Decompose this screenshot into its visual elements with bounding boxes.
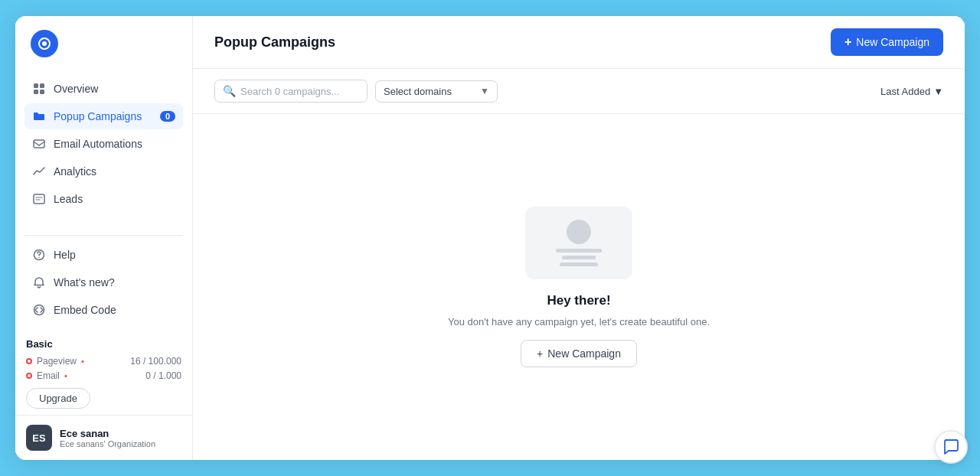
sidebar-item-analytics[interactable]: Analytics — [24, 158, 183, 184]
illu-line-3 — [560, 262, 598, 266]
pageview-dot — [26, 358, 32, 364]
sidebar-item-label: Analytics — [54, 165, 96, 178]
plan-email-row: Email • 0 / 1.000 — [26, 370, 181, 381]
plan-pageview-row: Pageview • 16 / 100.000 — [26, 356, 181, 367]
domain-dropdown[interactable]: Select domains — [384, 86, 475, 97]
chevron-down-icon: ▼ — [480, 86, 489, 96]
illu-lines — [556, 249, 602, 266]
sidebar-user[interactable]: ES Ece sanan Ece sanans' Organization — [15, 415, 192, 460]
search-icon: 🔍 — [223, 85, 236, 97]
page-title: Popup Campaigns — [214, 34, 335, 51]
main-content: Hey there! You don't have any campaign y… — [193, 114, 965, 460]
sidebar-item-label: What's new? — [54, 276, 115, 289]
help-icon — [32, 248, 46, 262]
email-label: Email — [37, 370, 60, 381]
plan-title: Basic — [26, 338, 181, 350]
email-dot — [26, 373, 32, 379]
bell-icon — [32, 275, 46, 289]
sort-button[interactable]: Last Added ▼ — [880, 86, 943, 97]
main-area: Popup Campaigns + New Campaign 🔍 Select … — [193, 16, 965, 460]
empty-illustration — [525, 207, 632, 279]
illu-line-1 — [556, 249, 602, 253]
sort-label: Last Added — [880, 86, 930, 97]
user-name: Ece sanan — [60, 428, 155, 439]
grid-icon — [32, 82, 46, 96]
upgrade-button[interactable]: Upgrade — [26, 388, 90, 409]
sidebar-item-label: Leads — [54, 193, 83, 205]
svg-rect-6 — [34, 140, 44, 148]
sidebar-logo — [15, 16, 192, 70]
new-campaign-button[interactable]: + New Campaign — [831, 28, 943, 56]
sidebar: Overview Popup Campaigns 0 — [15, 16, 193, 460]
sidebar-item-label: Embed Code — [54, 304, 116, 316]
chart-icon — [32, 165, 46, 178]
new-campaign-label: New Campaign — [856, 36, 929, 48]
empty-state: Hey there! You don't have any campaign y… — [448, 207, 710, 367]
svg-rect-5 — [40, 90, 44, 94]
illu-circle — [567, 220, 591, 244]
logo-icon — [31, 30, 58, 57]
leads-icon — [32, 192, 46, 206]
chevron-down-icon: ▼ — [933, 86, 943, 97]
pageview-value: 16 / 100.000 — [130, 356, 181, 367]
sidebar-item-popup-campaigns[interactable]: Popup Campaigns 0 — [24, 103, 183, 129]
email-icon — [32, 137, 46, 151]
illu-line-2 — [562, 256, 596, 259]
pageview-label: Pageview — [37, 356, 77, 367]
empty-cta-button[interactable]: + New Campaign — [521, 340, 637, 367]
empty-description: You don't have any campaign yet, let's c… — [448, 316, 710, 328]
svg-rect-7 — [34, 194, 44, 204]
app-container: Overview Popup Campaigns 0 — [15, 16, 965, 460]
sidebar-bottom-nav: Help What's new? — [15, 242, 192, 329]
sidebar-item-leads[interactable]: Leads — [24, 186, 183, 212]
avatar: ES — [26, 425, 52, 451]
svg-point-11 — [38, 257, 39, 258]
main-toolbar: 🔍 Select domains ▼ Last Added ▼ — [193, 69, 965, 114]
chat-bubble-button[interactable] — [934, 430, 965, 460]
sidebar-item-label: Email Automations — [54, 138, 142, 150]
sidebar-item-email-automations[interactable]: Email Automations — [24, 131, 183, 157]
sidebar-item-overview[interactable]: Overview — [24, 76, 183, 102]
sidebar-item-help[interactable]: Help — [24, 242, 183, 268]
plus-icon: + — [537, 347, 543, 360]
svg-point-1 — [42, 41, 47, 46]
search-box[interactable]: 🔍 — [214, 80, 368, 103]
search-input[interactable] — [240, 86, 359, 97]
toolbar-left: 🔍 Select domains ▼ — [214, 80, 498, 103]
main-header: Popup Campaigns + New Campaign — [193, 16, 965, 69]
embed-icon — [32, 303, 46, 317]
cta-label: New Campaign — [547, 347, 621, 360]
sidebar-nav: Overview Popup Campaigns 0 — [15, 70, 192, 229]
sidebar-item-whats-new[interactable]: What's new? — [24, 269, 183, 295]
domain-select[interactable]: Select domains ▼ — [375, 80, 498, 103]
sidebar-divider — [24, 235, 183, 236]
sidebar-item-label: Popup Campaigns — [54, 110, 142, 122]
svg-rect-3 — [40, 83, 44, 88]
folder-icon — [32, 109, 46, 123]
sidebar-item-label: Help — [54, 249, 76, 261]
sidebar-plan: Basic Pageview • 16 / 100.000 Email • 0 … — [15, 329, 192, 415]
svg-rect-2 — [34, 83, 38, 88]
plus-icon: + — [844, 35, 851, 49]
sidebar-item-embed-code[interactable]: Embed Code — [24, 297, 183, 323]
email-value: 0 / 1.000 — [145, 370, 181, 381]
sidebar-item-label: Overview — [54, 83, 98, 95]
user-org: Ece sanans' Organization — [60, 439, 155, 448]
svg-rect-4 — [34, 90, 38, 94]
campaigns-badge: 0 — [160, 111, 175, 122]
empty-title: Hey there! — [547, 293, 610, 308]
